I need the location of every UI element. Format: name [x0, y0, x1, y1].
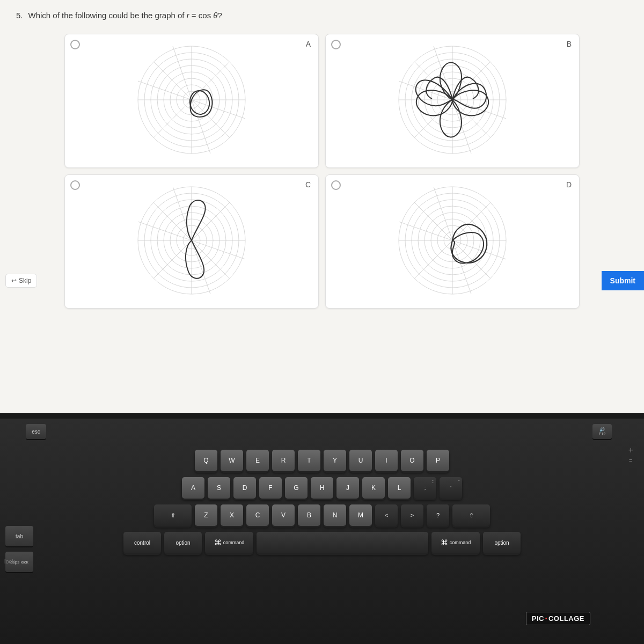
volume-key[interactable]: 🔊 F12: [592, 424, 612, 439]
lock-label: lock: [4, 558, 15, 565]
key-a[interactable]: A: [182, 477, 204, 499]
key-c[interactable]: C: [246, 504, 269, 526]
key-i[interactable]: I: [375, 450, 398, 471]
key-g[interactable]: G: [285, 477, 308, 499]
key-z[interactable]: Z: [195, 504, 217, 526]
key-n[interactable]: N: [324, 504, 346, 526]
key-comma[interactable]: <: [375, 504, 398, 526]
key-option-right[interactable]: option: [483, 532, 521, 553]
pic-text: PIC: [532, 614, 544, 623]
option-d-card[interactable]: D: [325, 174, 580, 309]
key-shift-left[interactable]: ⇧: [154, 504, 192, 526]
option-b-radio[interactable]: [331, 40, 341, 49]
key-space[interactable]: [257, 532, 428, 553]
option-a-radio[interactable]: [70, 40, 80, 49]
keyboard-row-bottom: control option ⌘ command ⌘ command optio…: [123, 532, 521, 553]
key-command-left[interactable]: ⌘ command: [205, 532, 253, 553]
key-quote[interactable]: '": [440, 477, 462, 499]
key-r[interactable]: R: [272, 450, 295, 471]
key-m[interactable]: M: [349, 504, 372, 526]
key-q[interactable]: Q: [195, 450, 217, 471]
plus-minus-indicator: + =: [628, 445, 633, 464]
option-c-card[interactable]: C: [64, 174, 319, 309]
option-a-card[interactable]: A: [64, 34, 319, 168]
key-w[interactable]: W: [221, 450, 243, 471]
options-grid: A: [64, 34, 580, 309]
collage-text: COLLAGE: [548, 614, 584, 623]
key-b[interactable]: B: [298, 504, 320, 526]
option-c-graph: [71, 181, 312, 299]
option-d-radio[interactable]: [331, 180, 341, 190]
key-d[interactable]: D: [233, 477, 256, 499]
key-h[interactable]: H: [311, 477, 333, 499]
badge-dot: •: [545, 616, 547, 621]
skip-icon: ↩: [11, 277, 17, 284]
key-l[interactable]: L: [388, 477, 411, 499]
key-control[interactable]: control: [123, 532, 161, 553]
key-x[interactable]: X: [221, 504, 243, 526]
option-b-card[interactable]: B: [325, 34, 580, 168]
key-y[interactable]: Y: [324, 450, 346, 471]
key-k[interactable]: K: [362, 477, 385, 499]
key-u[interactable]: U: [349, 450, 372, 471]
esc-key[interactable]: esc: [26, 424, 46, 439]
option-d-label: D: [566, 180, 572, 189]
keyboard-area: esc 🔊 F12 + = Q W E R T Y U I O: [0, 413, 644, 644]
key-slash[interactable]: ?: [427, 504, 449, 526]
option-b-graph: [332, 41, 573, 159]
option-a-graph: [71, 41, 312, 159]
option-c-label: C: [305, 180, 311, 189]
key-e[interactable]: E: [246, 450, 269, 471]
key-semicolon[interactable]: ;:: [414, 477, 436, 499]
key-option-left[interactable]: option: [164, 532, 202, 553]
key-f[interactable]: F: [259, 477, 282, 499]
pic-collage-badge: PIC • COLLAGE: [526, 612, 590, 625]
key-t[interactable]: T: [298, 450, 320, 471]
key-j[interactable]: J: [336, 477, 359, 499]
option-b-label: B: [567, 40, 572, 48]
key-s[interactable]: S: [208, 477, 230, 499]
key-o[interactable]: O: [401, 450, 423, 471]
option-d-graph: [332, 181, 573, 299]
keyboard-row-2: A S D F G H J K L ;: '": [182, 477, 462, 499]
key-period[interactable]: >: [401, 504, 423, 526]
key-v[interactable]: V: [272, 504, 295, 526]
question-text: Which of the following could be the grap…: [28, 11, 222, 20]
option-a-label: A: [306, 40, 311, 48]
submit-button[interactable]: Submit: [602, 271, 644, 290]
keyboard-row-1: Q W E R T Y U I O P: [195, 450, 449, 471]
key-shift-right[interactable]: ⇧: [452, 504, 490, 526]
keyboard-row-3: ⇧ Z X C V B N M < > ? ⇧: [154, 504, 490, 526]
key-p[interactable]: P: [427, 450, 449, 471]
option-c-radio[interactable]: [70, 180, 80, 190]
key-command-right[interactable]: ⌘ command: [431, 532, 480, 553]
skip-button[interactable]: ↩ Skip: [5, 274, 37, 288]
question-number: 5. Which of the following could be the g…: [16, 11, 628, 30]
tab-key[interactable]: tab: [5, 526, 33, 546]
